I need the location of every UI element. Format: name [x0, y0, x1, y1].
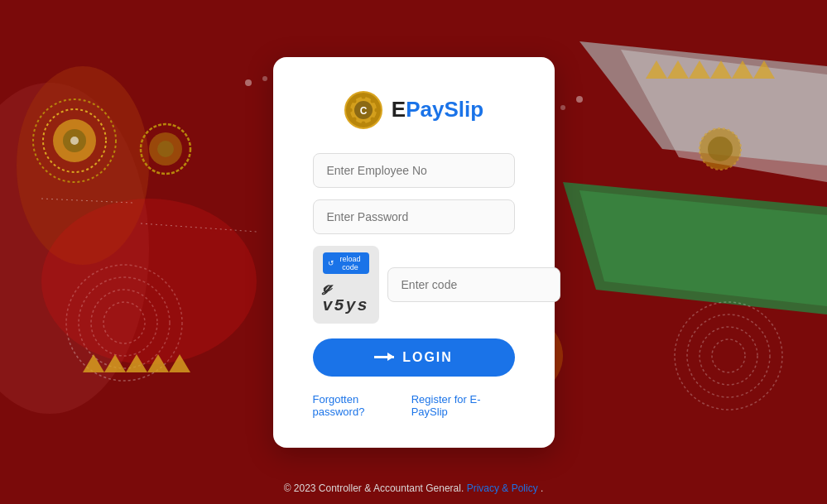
login-card: C EPaySlip	[273, 57, 555, 448]
svg-point-56	[352, 117, 356, 121]
svg-point-51	[348, 108, 352, 112]
svg-point-55	[370, 98, 374, 103]
svg-point-54	[370, 117, 374, 121]
reload-captcha-button[interactable]: ↺ reload code	[323, 252, 369, 274]
login-arrow-icon	[374, 356, 394, 358]
links-row: Forgotten password? Register for E-PaySl…	[313, 393, 515, 418]
captcha-input[interactable]	[387, 267, 560, 302]
register-link[interactable]: Register for E-PaySlip	[411, 393, 515, 418]
captcha-text: ℊ v5ys	[323, 276, 369, 317]
reload-icon: ↺	[328, 259, 334, 267]
captcha-image-box: ↺ reload code ℊ v5ys	[313, 246, 379, 324]
login-button[interactable]: LOGIN	[313, 338, 515, 377]
captcha-row: ↺ reload code ℊ v5ys	[313, 246, 515, 324]
employee-no-group	[313, 153, 515, 188]
svg-point-53	[352, 98, 356, 103]
epayslip-logo-icon: C	[344, 90, 383, 130]
svg-point-50	[361, 121, 365, 125]
employee-no-input[interactable]	[313, 153, 515, 188]
svg-text:C: C	[360, 105, 368, 117]
forgotten-password-link[interactable]: Forgotten password?	[313, 393, 411, 418]
logo-area: C EPaySlip	[313, 90, 515, 130]
svg-point-52	[374, 108, 378, 112]
svg-point-49	[361, 94, 365, 98]
password-input[interactable]	[313, 199, 515, 234]
password-group	[313, 199, 515, 234]
logo-text: EPaySlip	[392, 97, 483, 122]
